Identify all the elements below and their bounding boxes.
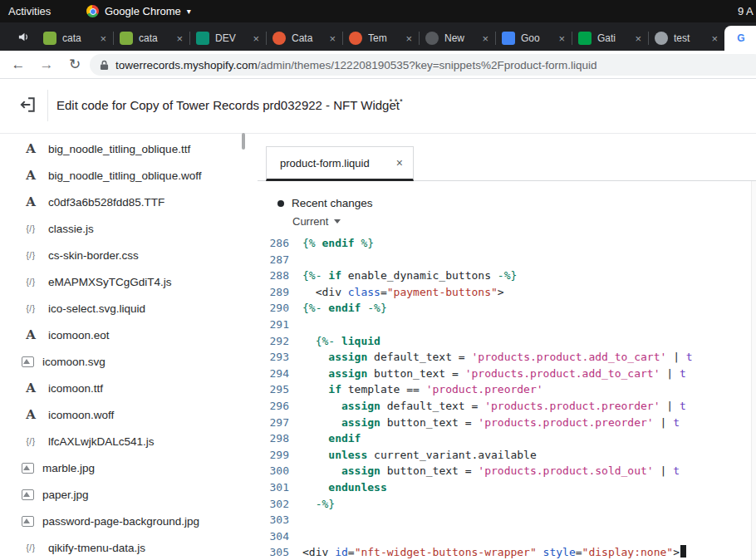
app-menu-button[interactable]: Google Chrome ▾ [86,0,191,22]
file-name: icomoon.eot [48,329,110,341]
line-number: 296 [258,398,289,415]
code-text: <div class="payment-buttons"> [302,284,504,301]
code-text: if template == 'product.preorder' [302,381,543,398]
speaker-icon[interactable] [13,28,33,45]
file-list-item[interactable]: Ac0df3a6b528fdd85.TTF [0,189,249,215]
close-icon[interactable]: × [396,156,403,169]
divider [47,90,48,121]
line-number: 288 [258,268,289,284]
tab-close-icon[interactable]: × [635,32,641,45]
exit-code-editor-button[interactable] [13,91,42,119]
code-line: 298 endif [258,430,756,447]
file-list-item[interactable]: {/}lfcAXLwjkDALc541.js [0,428,249,454]
url-path: /admin/themes/122208190535?key=snippets%… [258,59,597,71]
dev-favicon [196,32,209,45]
blue-favicon [502,32,515,45]
file-list-item[interactable]: {/}cs-skin-border.css [0,242,249,268]
line-number: 290 [258,300,289,317]
editor-scrollbar-track[interactable] [751,181,756,560]
file-list-item[interactable]: marble.jpg [0,454,249,481]
editor-tab-product-form[interactable]: product-form.liquid × [266,146,414,181]
back-button[interactable]: ← [8,51,28,78]
tab-close-icon[interactable]: × [329,32,336,45]
chrome-logo-icon [86,5,99,17]
code-editor[interactable]: 286{% endif %}287288{%- if enable_dynami… [258,235,756,560]
file-name: marble.jpg [42,462,95,474]
activities-button[interactable]: Activities [8,0,51,22]
code-text: <div id="nft-widget-buttons-wrapper" sty… [302,544,686,560]
code-text: assign button_text = 'products.product.p… [302,415,680,431]
file-name: eMAPMXSyTCgGdiT4.js [48,276,172,288]
font-file-icon: A [22,327,40,342]
file-name: ico-select.svg.liquid [48,302,145,315]
file-list-item[interactable]: Abig_noodle_titling_oblique.woff [0,162,249,189]
tab-title: cata [139,32,173,44]
browser-tab[interactable]: cata× [113,26,189,51]
file-list-item[interactable]: {/}classie.js [0,215,249,242]
browser-tab[interactable]: New× [419,26,495,51]
clock-label[interactable]: 9 A [738,0,754,22]
file-name: paper.jpg [42,489,89,501]
file-list-item[interactable]: {/}qikify-tmenu-data.js [0,534,249,560]
tab-close-icon[interactable]: × [711,32,718,45]
file-list-item[interactable]: {/}eMAPMXSyTCgGdiT4.js [0,268,249,295]
tab-close-icon[interactable]: × [405,32,412,45]
recent-changes: Recent changes [277,197,373,209]
file-list-item[interactable]: Abig_noodle_titling_oblique.ttf [0,135,249,162]
image-file-icon [22,463,34,474]
code-line: 299 unless current_variant.available [258,447,756,464]
line-number: 305 [258,544,289,560]
globe-favicon [655,32,668,45]
file-list-item[interactable]: {/}ico-select.svg.liquid [0,295,249,322]
browser-tab[interactable]: DEV× [189,26,266,51]
tab-title: New [444,32,479,44]
line-number: 287 [258,252,289,268]
browser-tab[interactable]: Cata× [266,26,342,51]
status-dot-icon [277,200,284,207]
tab-close-icon[interactable]: × [558,32,565,45]
version-dropdown[interactable]: Current [292,215,341,228]
code-file-icon: {/} [22,278,40,287]
green-favicon [578,32,592,45]
browser-tab[interactable]: Tem× [342,26,419,51]
file-list: Abig_noodle_titling_oblique.ttfAbig_nood… [0,135,249,560]
tab-close-icon[interactable]: × [176,32,183,45]
file-name: classie.js [48,223,94,235]
code-text: assign button_text = 'products.product.a… [302,366,686,382]
tab-close-icon[interactable]: × [100,32,106,45]
chevron-down-icon: ▾ [187,7,191,16]
code-line: 291 [258,317,756,333]
file-list-item[interactable]: Aicomoon.woff [0,401,249,428]
active-browser-tab[interactable]: G [724,26,756,51]
url-bar[interactable]: towerrecords.myshopify.com/admin/themes/… [90,54,756,76]
reload-button[interactable]: ↻ [65,51,85,78]
file-list-item[interactable]: password-page-background.jpg [0,508,249,534]
shopify-favicon [43,32,56,45]
file-list-item[interactable]: Aicomoon.ttf [0,375,249,401]
tab-close-icon[interactable]: × [482,32,488,45]
browser-tab[interactable]: Goo× [495,26,572,51]
forward-button[interactable]: → [37,51,56,78]
flame-favicon [349,32,362,45]
file-name: big_noodle_titling_oblique.woff [48,169,201,182]
browser-tab[interactable]: Gati× [572,26,648,51]
code-line: 296 assign default_text = 'products.prod… [258,398,756,415]
file-name: big_noodle_titling_oblique.ttf [48,143,190,155]
browser-tab[interactable]: test× [648,26,724,51]
file-list-item[interactable]: Aicomoon.eot [0,322,249,348]
code-text: assign default_text = 'products.product.… [302,349,693,366]
tab-close-icon[interactable]: × [253,32,259,45]
file-list-scrollbar[interactable] [242,133,245,150]
file-list-item[interactable]: paper.jpg [0,481,249,508]
code-file-icon: {/} [22,224,40,233]
code-line: 290{%- endif -%} [258,300,756,317]
file-list-item[interactable]: icomoon.svg [0,348,249,375]
exit-icon [18,96,37,114]
line-number: 295 [258,381,289,398]
code-line: 300 assign button_text = 'products.produ… [258,463,756,479]
more-actions-button[interactable]: ... [389,89,405,106]
browser-tab[interactable]: cata× [37,26,113,51]
font-file-icon: A [22,141,40,156]
padlock-icon[interactable] [100,60,109,71]
code-line: 289 <div class="payment-buttons"> [258,284,756,301]
